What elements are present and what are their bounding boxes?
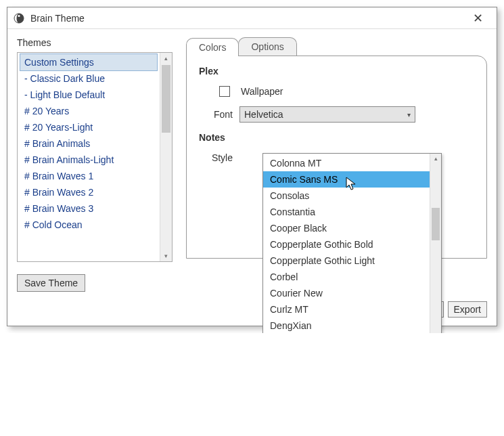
themes-scrollbar[interactable]: ▴ ▾	[160, 53, 172, 261]
themes-listbox[interactable]: Custom Settings - Classic Dark Blue - Li…	[17, 52, 173, 262]
dropdown-scrollbar[interactable]: ▴ ▾	[430, 154, 441, 333]
font-option[interactable]: Curlz MT	[263, 301, 430, 318]
theme-item[interactable]: - Light Blue Default	[20, 87, 157, 103]
scroll-thumb[interactable]	[432, 208, 440, 240]
font-label: Font	[199, 109, 233, 120]
svg-point-2	[18, 19, 20, 21]
style-label: Style	[199, 152, 233, 163]
theme-item[interactable]: # Cold Ocean	[20, 217, 157, 233]
tabs: Colors Options	[186, 37, 487, 56]
tab-options[interactable]: Options	[238, 37, 296, 56]
brain-theme-window: Brain Theme ✕ Themes Custom Settings - C…	[7, 7, 497, 326]
scroll-up-icon[interactable]: ▴	[430, 154, 441, 163]
font-option[interactable]: Courier New	[263, 285, 430, 301]
export-button[interactable]: Export	[448, 301, 487, 318]
plex-heading-row: Plex	[199, 66, 474, 77]
scroll-up-icon[interactable]: ▴	[160, 53, 172, 64]
tab-colors[interactable]: Colors	[186, 38, 239, 56]
themes-list-items: Custom Settings - Classic Dark Blue - Li…	[18, 53, 160, 261]
theme-item[interactable]: # Brain Animals-Light	[20, 152, 157, 168]
font-option[interactable]: Constantia	[263, 204, 430, 220]
font-option[interactable]: Copperplate Gothic Bold	[263, 236, 430, 253]
themes-panel: Themes Custom Settings - Classic Dark Bl…	[17, 37, 173, 292]
theme-item[interactable]: - Classic Dark Blue	[20, 70, 157, 87]
notes-heading-row: Notes	[199, 132, 474, 143]
wallpaper-checkbox[interactable]	[219, 86, 230, 97]
window-title: Brain Theme	[30, 13, 464, 24]
plex-heading: Plex	[199, 66, 219, 77]
notes-heading: Notes	[199, 132, 225, 143]
themes-label: Themes	[17, 37, 173, 48]
font-option[interactable]: Colonna MT	[263, 155, 430, 171]
theme-item[interactable]: # Brain Waves 1	[20, 168, 157, 184]
font-option[interactable]: Comic Sans MS	[263, 171, 430, 188]
font-value: Helvetica	[244, 109, 283, 120]
close-button[interactable]: ✕	[464, 11, 491, 26]
font-row: Font Helvetica ▾	[199, 106, 474, 123]
app-icon	[13, 12, 25, 24]
font-option[interactable]: DengXian	[263, 318, 430, 333]
theme-item[interactable]: # Brain Waves 3	[20, 200, 157, 217]
theme-item[interactable]: # Brain Animals	[20, 135, 157, 152]
wallpaper-row: Wallpaper	[199, 86, 474, 97]
font-dropdown-list[interactable]: Colonna MT Comic Sans MS Consolas Consta…	[262, 153, 442, 333]
font-option[interactable]: Corbel	[263, 269, 430, 285]
titlebar: Brain Theme ✕	[7, 7, 497, 29]
font-option[interactable]: Consolas	[263, 188, 430, 204]
font-option[interactable]: Copperplate Gothic Light	[263, 253, 430, 269]
font-combobox[interactable]: Helvetica ▾	[239, 106, 415, 123]
font-dropdown-items: Colonna MT Comic Sans MS Consolas Consta…	[263, 154, 430, 333]
theme-item[interactable]: # 20 Years-Light	[20, 119, 157, 135]
theme-item[interactable]: # 20 Years	[20, 103, 157, 119]
theme-item[interactable]: # Brain Waves 2	[20, 184, 157, 200]
chevron-down-icon: ▾	[407, 111, 411, 118]
scroll-thumb[interactable]	[162, 65, 170, 133]
wallpaper-label: Wallpaper	[241, 86, 283, 97]
save-theme-button[interactable]: Save Theme	[17, 274, 85, 292]
theme-item[interactable]: Custom Settings	[20, 54, 157, 70]
svg-point-1	[18, 14, 20, 16]
font-option[interactable]: Cooper Black	[263, 220, 430, 236]
scroll-down-icon[interactable]: ▾	[160, 250, 172, 261]
